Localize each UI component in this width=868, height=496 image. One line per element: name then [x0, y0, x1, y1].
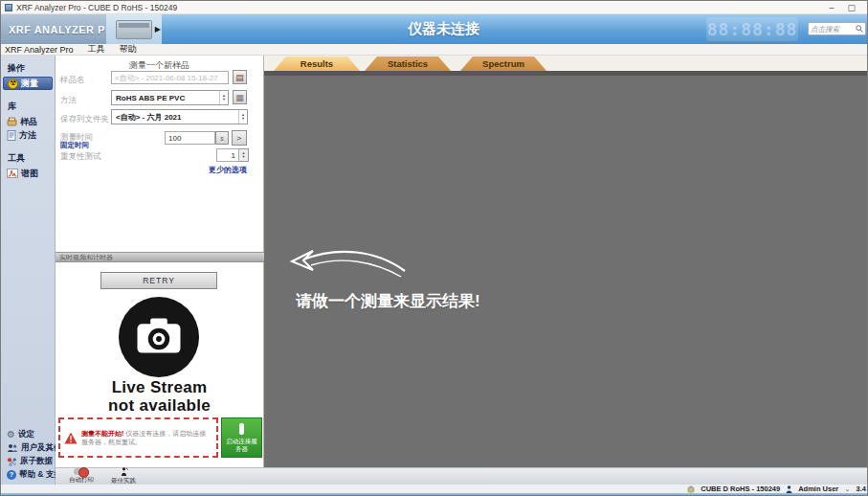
app-icon — [5, 4, 12, 11]
search-icon — [856, 25, 863, 33]
status-bar: CUBE D RoHS - 150249 Admin User ⌄ 3.4 — [1, 485, 868, 493]
sidebar-item-measure[interactable]: ☢ 测量 — [3, 77, 53, 90]
connector-plug-icon — [239, 423, 244, 435]
user-icon — [786, 485, 792, 493]
warning-title: 测量不能开始! — [81, 430, 123, 437]
minimize-button[interactable]: – — [829, 2, 834, 13]
sample-tag-button[interactable]: ▤ — [233, 70, 247, 84]
connection-status-text: 仪器未连接 — [408, 20, 479, 38]
help-icon: ? — [7, 470, 16, 480]
tab-spectrum[interactable]: Spectrum — [460, 56, 546, 71]
camera-icon — [117, 295, 201, 383]
sample-name-label: 样品名 — [60, 75, 85, 86]
retry-button[interactable]: RETRY — [100, 272, 217, 289]
gear-icon: ⚙ — [7, 430, 15, 440]
menu-help[interactable]: 帮助 — [120, 43, 137, 56]
menu-tools[interactable]: 工具 — [88, 43, 105, 56]
sidebar-item-help-support[interactable]: ? 帮助 & 支持 — [1, 468, 56, 482]
play-icon[interactable]: ▶ — [155, 25, 161, 34]
measurement-panel: 测量一个新样品 样品名 ▤ 方法 RoHS ABS PE PVC ▲▼ ▦ 保存… — [56, 56, 264, 467]
save-folder-select[interactable]: <自动> - 六月 2021 ▲▼ — [111, 109, 248, 124]
save-to-label: 保存到文件夹 — [60, 114, 109, 125]
advance-time-button[interactable]: ＞ — [232, 130, 247, 146]
sample-name-input[interactable] — [111, 71, 229, 84]
print-toggle-icon — [74, 468, 89, 475]
tab-results[interactable]: Results — [274, 56, 360, 71]
users-icon — [7, 443, 18, 453]
sidebar: 操作 ☢ 测量 库 样品 方法 工具 谱图 ⚙ 设定 用户及其他 — [1, 56, 56, 485]
sidebar-item-methods[interactable]: 方法 — [1, 128, 55, 142]
results-canvas: 请做一个测量来显示结果! — [264, 71, 868, 467]
time-unit-button[interactable]: s — [215, 131, 229, 145]
auto-print-toggle[interactable]: 自动打印 — [69, 468, 94, 485]
chevron-down-icon[interactable]: ⌄ — [844, 485, 850, 493]
empty-results-text: 请做一个测量来显示结果! — [296, 290, 480, 312]
sidebar-bottom-group: ⚙ 设定 用户及其他 原子数据 ? 帮助 & 支持 — [1, 428, 56, 482]
tag-icon: ▤ — [235, 73, 244, 82]
status-version: 3.4 — [857, 485, 866, 493]
best-practice-button[interactable]: 最佳实践 — [111, 467, 136, 485]
maximize-button[interactable]: ▢ — [847, 2, 856, 13]
instrument-status-icon — [687, 485, 695, 493]
sample-tray-icon — [7, 117, 17, 127]
tab-statistics[interactable]: Statistics — [365, 56, 451, 71]
method-options-button[interactable]: ▦ — [233, 90, 247, 104]
empty-results-message: 请做一个测量来显示结果! — [288, 238, 480, 312]
status-device: CUBE D RoHS - 150249 — [701, 485, 780, 493]
measurement-warning-box: 测量不能开始! 仪器没有连接，请启动连接服务器，然后重试。 — [58, 417, 218, 458]
repeat-count-input[interactable] — [216, 148, 239, 162]
sidebar-item-samples[interactable]: 样品 — [1, 115, 55, 128]
instrument-image — [116, 20, 152, 39]
radiation-icon: ☢ — [8, 79, 18, 89]
search-box — [808, 22, 866, 35]
sidebar-item-atomic-data[interactable]: 原子数据 — [1, 455, 56, 468]
method-label: 方法 — [60, 95, 77, 106]
sidebar-item-users[interactable]: 用户及其他 — [1, 441, 56, 455]
start-connection-server-button[interactable]: 启动连接服务器 — [221, 417, 262, 458]
bottom-toolbar: 自动打印 最佳实践 — [56, 467, 868, 485]
method-select[interactable]: RoHS ABS PE PVC ▲▼ — [111, 90, 229, 105]
measure-time-input[interactable] — [165, 131, 215, 145]
camera-panel-header: 实时视频和计时器 — [56, 252, 264, 262]
instrument-thumbnail[interactable]: ▶ — [106, 14, 162, 44]
sidebar-group-operations: 操作 — [1, 60, 55, 77]
sidebar-group-tools: 工具 — [1, 150, 55, 167]
status-user[interactable]: Admin User — [798, 485, 838, 493]
grid-icon: ▦ — [235, 93, 244, 102]
best-practice-icon — [120, 467, 128, 476]
app-logo: XRF ANALYZER PRO — [1, 14, 106, 44]
menu-bar: XRF Analyzer Pro 工具 帮助 — [1, 44, 868, 56]
title-bar: XRF Analyzer Pro - CUBE D RoHS - 150249 … — [1, 1, 868, 14]
live-stream-unavailable-text: Live Stream not available — [56, 378, 263, 415]
sidebar-item-spectra[interactable]: 谱图 — [1, 167, 55, 180]
sketch-arrow-icon — [288, 238, 408, 284]
results-area: Results Statistics Spectrum 请做一个测量来显示结果! — [264, 56, 868, 467]
app-window: XRF Analyzer Pro - CUBE D RoHS - 150249 … — [0, 0, 868, 496]
fewer-options-link[interactable]: 更少的选项 — [209, 165, 247, 175]
sidebar-group-library: 库 — [1, 99, 55, 115]
method-document-icon — [7, 130, 16, 141]
measurement-clock: 88:88:88 — [706, 17, 798, 41]
time-mode-link[interactable]: 固定时间 — [60, 141, 89, 150]
next-arrow-icon: ＞ — [235, 132, 244, 145]
clock-digits: 88:88:88 — [707, 19, 798, 39]
warning-triangle-icon — [64, 432, 78, 444]
sidebar-item-settings[interactable]: ⚙ 设定 — [1, 428, 56, 441]
header-banner: XRF ANALYZER PRO ▶ 仪器未连接 88:88:88 — [1, 14, 868, 44]
method-spinner[interactable]: ▲▼ — [219, 91, 228, 104]
spectrum-icon — [7, 169, 18, 178]
atom-molecule-icon — [7, 457, 17, 467]
results-tab-bar: Results Statistics Spectrum — [264, 56, 868, 71]
repeat-count-stepper[interactable]: ▲▼ — [239, 148, 249, 162]
window-title: XRF Analyzer Pro - CUBE D RoHS - 150249 — [16, 3, 825, 12]
search-input[interactable] — [811, 25, 856, 34]
save-folder-spinner[interactable]: ▲▼ — [238, 110, 247, 124]
menu-app[interactable]: XRF Analyzer Pro — [5, 45, 74, 55]
repeat-test-label: 重复性测试 — [60, 151, 101, 163]
